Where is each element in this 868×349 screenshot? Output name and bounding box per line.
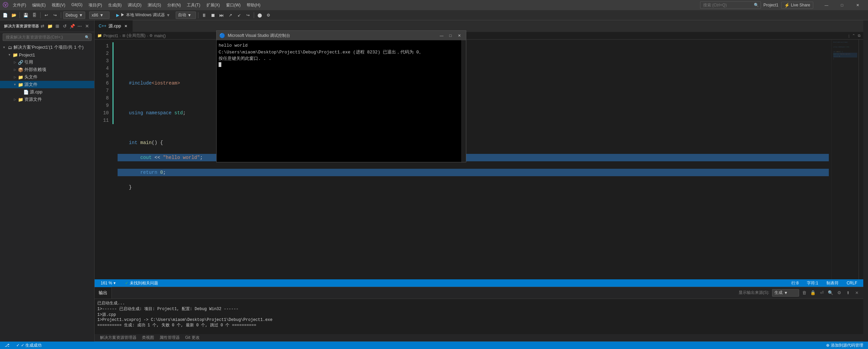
debug-ctrl-3[interactable]: ⏭ xyxy=(218,11,225,19)
output-wrap-btn[interactable]: ⏎ xyxy=(818,289,825,297)
tree-item-project[interactable]: ▼ 📁 Project1 xyxy=(0,51,94,59)
output-source-dropdown[interactable]: 生成 ▼ xyxy=(772,289,799,297)
debug-console-icon: 🔵 xyxy=(219,33,225,38)
menu-edit[interactable]: 编辑(E) xyxy=(29,1,48,9)
code-editor[interactable]: 1 2 3 4 5 6 ⊟ 7 8 9 10 11 xyxy=(95,40,863,279)
menu-file[interactable]: 文件(F) xyxy=(10,1,29,9)
token-hello-world: "hello world" xyxy=(163,155,200,160)
status-build-success[interactable]: ✓ ✓ 生成成功 xyxy=(14,342,44,349)
menu-test[interactable]: 测试(S) xyxy=(145,1,164,9)
build-success-label: ✓ 生成成功 xyxy=(21,343,42,348)
sidebar-close[interactable]: ✕ xyxy=(84,23,90,29)
status-git-btn[interactable]: ⎇ xyxy=(3,342,11,349)
start-debug-button[interactable]: ▶ ▶ 本地 Windows 调试器 ▼ xyxy=(115,11,172,19)
output-source-label: 生成 xyxy=(774,290,783,296)
new-file-btn[interactable]: 📄 xyxy=(1,11,9,19)
toolbar-sep-3 xyxy=(61,12,61,18)
debug-console-close[interactable]: ✕ xyxy=(455,31,463,40)
sidebar-action-refresh[interactable]: ↺ xyxy=(62,23,68,29)
debug-ctrl-4[interactable]: ↗ xyxy=(227,11,234,19)
menu-view[interactable]: 视图(V) xyxy=(49,1,68,9)
status-line[interactable]: 行:8 xyxy=(789,279,801,287)
debug-ctrl-5[interactable]: ↙ xyxy=(235,11,243,19)
tree-item-headers[interactable]: ▷ 📁 头文件 xyxy=(0,73,94,81)
sidebar-header: 解决方案资源管理器 ⇄ 📁 ⊞ ↺ 📌 ⋯ ✕ xyxy=(0,20,94,32)
menu-tools[interactable]: 工具(T) xyxy=(184,1,203,9)
status-col[interactable]: 字符:1 xyxy=(805,279,820,287)
status-zoom[interactable]: 161 % ▾ xyxy=(99,279,118,287)
debug-ctrl-1[interactable]: ⏸ xyxy=(200,11,208,19)
menu-debug[interactable]: 调试(D) xyxy=(125,1,144,9)
menu-window[interactable]: 窗口(W) xyxy=(223,1,243,9)
menu-git[interactable]: Git(G) xyxy=(69,1,85,9)
redo-btn[interactable]: ↪ xyxy=(51,11,59,19)
menu-project[interactable]: 项目(P) xyxy=(86,1,105,9)
maximize-button[interactable]: □ xyxy=(834,0,850,10)
output-scroll-lock-btn[interactable]: 🔒 xyxy=(809,289,817,297)
debug-console-minimize[interactable]: — xyxy=(438,31,446,40)
tree-item-sources[interactable]: ▼ 📁 源文件 xyxy=(0,81,94,88)
output-clear-btn[interactable]: 🗑 xyxy=(800,289,808,297)
output-close-btn[interactable]: ✕ xyxy=(853,289,861,297)
save-btn[interactable]: 💾 xyxy=(22,11,29,19)
settings-btn[interactable]: ⚙ xyxy=(265,11,272,19)
breadcrumb-collapse-icon[interactable]: ⌃ xyxy=(852,33,855,38)
platform-dropdown[interactable]: x86 ▼ xyxy=(89,11,109,19)
open-btn[interactable]: 📂 xyxy=(10,11,18,19)
sidebar-more[interactable]: ⋯ xyxy=(77,23,83,29)
auto-dropdown[interactable]: 自动 ▼ xyxy=(176,11,196,19)
tree-item-solution[interactable]: ▼ 🗂 解决方案'Project1'(1 个项目/共 1 个) xyxy=(0,44,94,51)
panel-tab-output[interactable]: 输出 xyxy=(95,287,112,299)
sidebar-action-add-folder[interactable]: 📁 xyxy=(47,23,53,29)
menu-analyze[interactable]: 分析(N) xyxy=(165,1,184,9)
breadcrumb-symbol[interactable]: ⚙ main() xyxy=(149,33,166,38)
status-line-label: 行:8 xyxy=(791,280,799,286)
close-button[interactable]: ✕ xyxy=(850,0,865,10)
tree-label-resources: 资源文件 xyxy=(24,96,93,102)
status-add-source-control[interactable]: ⊕ 添加到源代码管理 xyxy=(824,342,865,349)
debug-config-dropdown[interactable]: Debug ▼ xyxy=(63,11,85,19)
status-encoding[interactable]: CRLF xyxy=(845,279,859,287)
debug-console-scrollbar[interactable] xyxy=(461,40,466,162)
bottom-tab-class-view[interactable]: 类视图 xyxy=(139,334,157,342)
breadcrumb-symbol-label: main() xyxy=(154,33,166,38)
minimap-content: #include<iostream> using namespace std; … xyxy=(832,40,859,61)
sidebar-pin[interactable]: 📌 xyxy=(69,23,75,29)
menu-help[interactable]: 帮助(H) xyxy=(244,1,263,9)
undo-btn[interactable]: ↩ xyxy=(43,11,50,19)
sidebar-search-input[interactable] xyxy=(3,33,92,41)
bottom-tab-solution-explorer[interactable]: 解决方案资源管理器 xyxy=(97,334,139,342)
tree-item-resources[interactable]: ▷ 📁 资源文件 xyxy=(0,96,94,103)
status-bar-right: ⊕ 添加到源代码管理 xyxy=(824,342,865,349)
editor-right-scrollbar[interactable] xyxy=(859,40,863,279)
search-input[interactable] xyxy=(700,1,761,9)
window-controls: — □ ✕ xyxy=(819,0,865,10)
live-share-button[interactable]: ⚡ Live Share xyxy=(781,2,813,9)
tree-item-references[interactable]: ▷ 🔗 引用 xyxy=(0,59,94,66)
breadcrumb-split-icon[interactable]: ⧉ xyxy=(858,33,861,38)
editor-tab-source-cpp[interactable]: C++ 源.cpp ✕ xyxy=(95,20,133,32)
sidebar-action-filter[interactable]: ⊞ xyxy=(54,23,60,29)
bottom-tab-git-changes[interactable]: Git 更改 xyxy=(182,334,202,342)
tree-item-source-cpp[interactable]: ▷ 📄 源.cpp xyxy=(0,88,94,96)
breadcrumb-scope[interactable]: ⊞ (全局范围) xyxy=(122,33,146,39)
breadcrumb-project[interactable]: Project1 xyxy=(103,33,118,38)
debug-ctrl-6[interactable]: ↪ xyxy=(244,11,252,19)
minimize-button[interactable]: — xyxy=(819,0,834,10)
sidebar-action-sync[interactable]: ⇄ xyxy=(40,23,46,29)
debug-console-maximize[interactable]: □ xyxy=(446,31,454,40)
breakpoint-btn[interactable]: ⬤ xyxy=(256,11,264,19)
tree-item-ext-deps[interactable]: ▷ 📦 外部依赖项 xyxy=(0,66,94,73)
status-no-problems[interactable]: ✓ 未找到相关问题 xyxy=(123,279,160,287)
status-indent[interactable]: 制表符 xyxy=(824,279,841,287)
bottom-tab-property-manager[interactable]: 属性管理器 xyxy=(157,334,182,342)
save-all-btn[interactable]: 🗄 xyxy=(31,11,38,19)
menu-build[interactable]: 生成(B) xyxy=(105,1,124,9)
tab-close-source-cpp[interactable]: ✕ xyxy=(123,23,128,29)
output-hide-btn[interactable]: ⬆ xyxy=(844,289,852,297)
menu-extensions[interactable]: 扩展(X) xyxy=(204,1,223,9)
output-settings-btn[interactable]: ⚙ xyxy=(836,289,843,297)
editor-tab-bar: C++ 源.cpp ✕ xyxy=(95,20,863,32)
output-find-btn[interactable]: 🔍 xyxy=(827,289,834,297)
debug-ctrl-2[interactable]: ⏹ xyxy=(209,11,217,19)
